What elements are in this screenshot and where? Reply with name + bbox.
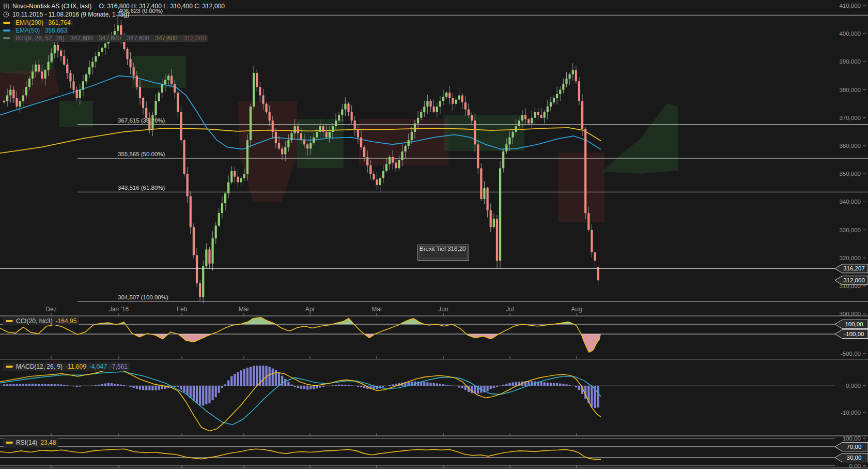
ichimoku-cloud: [558, 153, 605, 222]
candle-body: [401, 152, 403, 160]
macd-histogram-bar: [174, 386, 176, 387]
legend-rsi[interactable]: RSI(14) 23,48: [3, 438, 58, 447]
macd-histogram-bar: [224, 384, 226, 386]
candle-body: [505, 144, 507, 152]
candle-body: [3, 101, 5, 102]
macd-histogram-bar: [133, 386, 135, 388]
macd-histogram-bar: [151, 386, 153, 390]
macd-histogram-bar: [41, 384, 43, 386]
macd-histogram-bar: [98, 385, 100, 386]
rsi-label: RSI(14): [16, 439, 37, 446]
candle-body: [227, 182, 229, 193]
macd-histogram-bar: [180, 386, 182, 389]
candle-body: [496, 219, 498, 261]
macd-histogram-bar: [347, 385, 349, 386]
macd-histogram-bar: [130, 386, 132, 387]
candle-body: [597, 267, 599, 280]
macd-histogram-bar: [126, 386, 128, 386]
candle-body: [133, 67, 135, 75]
macd-histogram-bar: [145, 386, 147, 390]
macd-histogram-bar: [496, 386, 498, 387]
macd-histogram-bar: [505, 384, 507, 386]
ema200-dash-icon: [3, 22, 10, 24]
macd-label: MACD(12, 26, 9): [16, 363, 63, 370]
candle-body: [145, 108, 147, 118]
candle-body: [578, 81, 580, 101]
macd-histogram-bar: [19, 384, 21, 386]
candle-body: [287, 140, 289, 147]
macd-histogram-bar: [306, 386, 308, 390]
price-axis-label: 300,000: [839, 311, 861, 317]
candle-body: [423, 107, 425, 112]
candle-body: [316, 132, 318, 138]
price-axis-label: 340,000: [839, 199, 861, 205]
macd-histogram-bar: [88, 386, 90, 386]
candle-body: [180, 112, 182, 140]
candle-body: [300, 133, 302, 141]
macd-histogram-bar: [385, 386, 388, 386]
candle-body: [278, 143, 280, 149]
candle-body: [568, 74, 570, 79]
ema50-label: EMA(50): [16, 27, 40, 34]
macd-histogram-bar: [357, 386, 359, 387]
candle-body: [512, 132, 514, 138]
macd-histogram-bar: [136, 386, 138, 389]
candle-body: [534, 112, 536, 118]
candle-body: [373, 174, 375, 179]
legend-macd[interactable]: MACD(12, 26, 9) -11,609 -4,047 -7,561: [3, 362, 130, 371]
macd-histogram-bar: [287, 382, 289, 386]
macd-histogram-bar: [547, 383, 549, 386]
legend-ikh[interactable]: IKH(9, 26, 52, 26) 347,600 347,600 347,6…: [3, 35, 208, 42]
macd-histogram-bar: [202, 386, 204, 405]
ikh-value-kijun: 347,600: [99, 35, 121, 42]
macd-histogram-bar: [208, 386, 210, 403]
macd-histogram-bar: [66, 385, 68, 386]
chart-canvas[interactable]: 406,623 (0.00%)367,615 (38.20%)355,565 (…: [0, 0, 868, 469]
macd-histogram-bar: [344, 385, 346, 386]
macd-histogram-bar: [230, 376, 233, 386]
candle-body: [455, 100, 457, 104]
candle-body: [193, 227, 195, 255]
candle-body: [458, 95, 460, 99]
macd-histogram-bar: [114, 384, 116, 386]
macd-histogram-bar: [300, 386, 302, 389]
candle-body: [218, 213, 220, 225]
candle-body: [398, 160, 400, 168]
ikh-value-chikou: 312,000: [183, 35, 206, 42]
macd-histogram-bar: [177, 386, 179, 387]
ikh-label: IKH(9, 26, 52, 26): [16, 35, 65, 42]
candle-body: [104, 43, 106, 48]
macd-hist-value: -7,561: [110, 363, 128, 370]
candle-body: [6, 95, 8, 101]
legend-ema50[interactable]: EMA(50) 358,663: [3, 27, 69, 34]
macd-histogram-bar: [237, 372, 239, 386]
legend-ema200[interactable]: EMA(200) 361,764: [3, 19, 73, 26]
legend-cci[interactable]: CCI(20, hlc3) -164,95: [3, 317, 79, 325]
candle-body: [587, 213, 590, 230]
macd-histogram-bar: [540, 382, 542, 386]
candle-body: [151, 115, 153, 129]
macd-histogram-bar: [91, 386, 94, 386]
candle-body: [584, 129, 586, 213]
candle-body: [461, 95, 463, 102]
candle-body: [35, 65, 37, 72]
macd-histogram-bar: [486, 386, 488, 391]
brexit-annotation[interactable]: Brexit Tief 316,20: [417, 245, 469, 261]
ikh-value-tenkan: 347,600: [70, 35, 92, 42]
macd-histogram-bar: [269, 367, 271, 386]
candle-body: [518, 120, 520, 126]
candle-body: [284, 147, 286, 155]
macd-histogram-bar: [193, 386, 195, 401]
macd-histogram-bar: [278, 373, 280, 386]
macd-dash-icon: [6, 366, 13, 368]
candle-body: [19, 101, 21, 107]
candle-body: [565, 79, 567, 84]
candle-body: [167, 76, 169, 80]
macd-axis-label: 0,000: [846, 383, 861, 389]
price-axis-label: 400,000: [839, 31, 861, 37]
macd-histogram-bar: [578, 386, 580, 390]
macd-histogram-bar: [452, 386, 454, 386]
candle-body: [448, 93, 451, 98]
macd-histogram-bar: [556, 383, 558, 386]
candle-body: [79, 90, 81, 98]
